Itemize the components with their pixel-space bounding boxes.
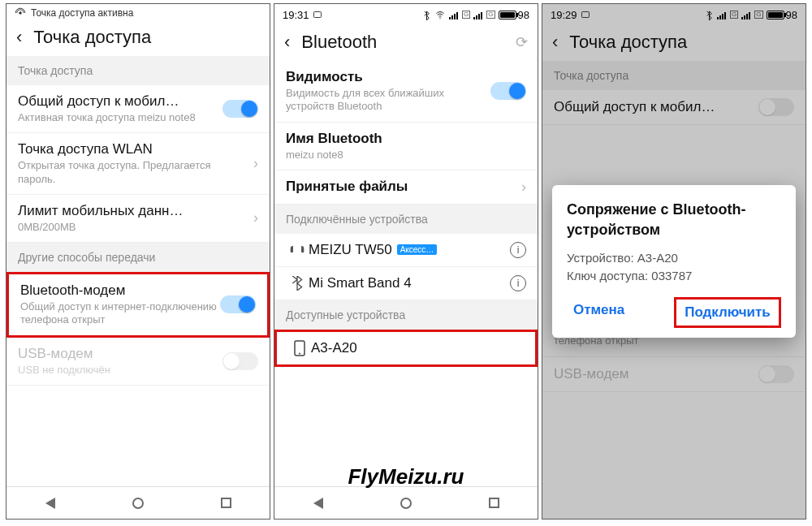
earbuds-icon [286, 244, 309, 257]
back-icon[interactable]: ‹ [284, 32, 290, 53]
row-title: Общий доступ к мобил… [18, 93, 222, 110]
dialog-title: Сопряжение с Bluetooth-устройством [567, 200, 781, 239]
row-wlan-hotspot[interactable]: Точка доступа WLAN Открытая точка доступ… [6, 133, 270, 195]
row-title: Имя Bluetooth [286, 131, 526, 147]
signal-icon [473, 11, 482, 19]
row-title: Точка доступа WLAN [18, 141, 247, 157]
row-usb-modem: USB-модем USB не подключён [6, 338, 270, 386]
hotspot-active-text: Точка доступа активна [31, 7, 133, 19]
info-icon[interactable]: i [510, 242, 526, 258]
visibility-toggle[interactable] [490, 82, 526, 100]
section-available: Доступные устройства [274, 300, 538, 330]
bluetooth-icon [286, 276, 309, 291]
nav-back-icon[interactable] [45, 498, 55, 509]
row-device-tw50[interactable]: MEIZU TW50 Аксесс… i [274, 234, 538, 267]
phone-screen-1: Точка доступа активна ‹ Точка доступа То… [6, 3, 270, 520]
header: ‹ Точка доступа [6, 20, 270, 56]
row-bluetooth-modem[interactable]: Bluetooth-модем Общий доступ к интернет-… [6, 272, 270, 338]
svg-point-2 [439, 17, 440, 18]
back-icon[interactable]: ‹ [16, 27, 22, 48]
dialog-connect-button[interactable]: Подключить [674, 297, 781, 328]
row-subtitle: Активная точка доступа meizu note8 [18, 111, 222, 124]
refresh-icon[interactable]: ⟳ [516, 33, 528, 51]
row-received-files[interactable]: Принятые файлы › [274, 170, 538, 205]
row-subtitle: Общий доступ к интернет-подключению теле… [20, 300, 220, 327]
chevron-right-icon: › [247, 155, 258, 172]
pairing-dialog: Сопряжение с Bluetooth-устройством Устро… [552, 185, 796, 338]
row-visibility[interactable]: Видимость Видимость для всех ближайших у… [274, 61, 538, 123]
android-nav-bar [6, 486, 270, 519]
bluetooth-icon [422, 10, 431, 20]
row-mobile-hotspot[interactable]: Общий доступ к мобил… Активная точка дос… [6, 85, 270, 133]
row-subtitle: meizu note8 [286, 149, 526, 162]
section-other-sharing: Другие способы передачи [6, 243, 270, 272]
row-subtitle: 0MB/200MB [18, 221, 247, 234]
dialog-key-line: Ключ доступа: 033787 [567, 267, 781, 286]
dialog-body: Устройство: A3-A20 Ключ доступа: 033787 [567, 249, 781, 286]
row-device-a3a20[interactable]: A3-A20 [274, 330, 538, 367]
row-data-limit[interactable]: Лимит мобильных данн… 0MB/200MB › [6, 195, 270, 243]
row-subtitle: Открытая точка доступа. Предлагается пар… [18, 159, 247, 186]
row-subtitle: USB не подключён [18, 364, 222, 377]
device-badge: Аксесс… [397, 244, 438, 255]
status-time: 19:31 [283, 9, 309, 21]
usb-modem-toggle [222, 352, 258, 370]
dialog-device-line: Устройство: A3-A20 [567, 249, 781, 268]
row-title: Видимость [286, 69, 490, 85]
nav-recent-icon[interactable] [489, 498, 499, 508]
phone-screen-3: 19:29 G G 98 ‹ Точка доступа Точка досту… [542, 3, 806, 520]
svg-point-4 [299, 352, 300, 354]
nav-home-icon[interactable] [400, 498, 412, 509]
section-hotspot: Точка доступа [6, 56, 270, 85]
nav-home-icon[interactable] [132, 498, 144, 509]
device-name: A3-A20 [311, 340, 524, 356]
row-title: Bluetooth-модем [20, 282, 220, 299]
mobile-hotspot-toggle[interactable] [222, 100, 258, 118]
dialog-overlay: Сопряжение с Bluetooth-устройством Устро… [542, 4, 806, 519]
nav-back-icon[interactable] [313, 498, 323, 509]
row-bt-name[interactable]: Имя Bluetooth meizu note8 [274, 123, 538, 170]
card-icon [313, 10, 322, 19]
content-panel: Точка доступа Общий доступ к мобил… Акти… [6, 56, 270, 486]
row-title: Лимит мобильных данн… [18, 203, 247, 219]
hotspot-active-banner: Точка доступа активна [6, 4, 270, 20]
row-subtitle: Видимость для всех ближайших устройств B… [286, 87, 490, 114]
status-bar: 19:31 G G 98 [274, 4, 538, 25]
signal-icon [449, 11, 458, 19]
page-title: Bluetooth [301, 32, 377, 53]
dialog-cancel-button[interactable]: Отмена [567, 297, 631, 328]
phone-icon [288, 340, 311, 356]
content-panel: Видимость Видимость для всех ближайших у… [274, 61, 538, 486]
battery-icon: 98 [499, 9, 529, 21]
row-title: Принятые файлы [286, 179, 515, 195]
row-device-miband[interactable]: Mi Smart Band 4 i [274, 267, 538, 300]
header: ‹ Bluetooth ⟳ [274, 25, 538, 61]
svg-rect-1 [313, 12, 321, 18]
wifi-icon [434, 11, 446, 19]
android-nav-bar [274, 486, 538, 519]
row-title: USB-модем [18, 346, 222, 362]
svg-point-0 [19, 11, 22, 15]
chevron-right-icon: › [515, 179, 526, 196]
section-paired: Подключённые устройства [274, 205, 538, 234]
page-title: Точка доступа [33, 27, 151, 48]
device-name: MEIZU TW50 [309, 242, 392, 258]
device-name: Mi Smart Band 4 [309, 275, 503, 291]
bluetooth-modem-toggle[interactable] [220, 295, 256, 313]
phone-screen-2: 19:31 G G 98 ‹ Bluetooth ⟳ Видимость Вид… [274, 3, 538, 520]
info-icon[interactable]: i [510, 275, 526, 291]
chevron-right-icon: › [247, 209, 258, 226]
nav-recent-icon[interactable] [221, 498, 231, 508]
hotspot-icon [15, 7, 26, 19]
